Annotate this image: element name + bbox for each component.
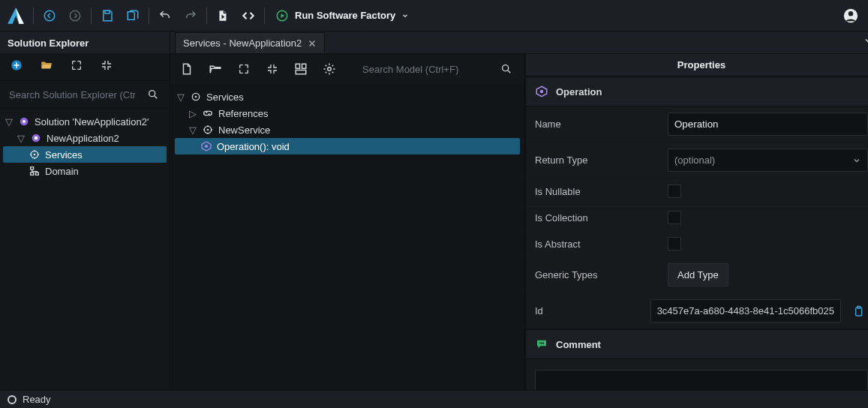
toolbar-separator (206, 8, 207, 24)
user-account-button[interactable] (839, 4, 862, 27)
open-folder-button[interactable] (38, 56, 56, 74)
status-text: Ready (23, 394, 51, 405)
comment-icon (535, 338, 548, 351)
tree-node-services-root[interactable]: ▽ Services (175, 88, 520, 105)
model-search-button[interactable] (496, 58, 517, 80)
solution-explorer-search (0, 80, 170, 109)
open-button[interactable] (206, 60, 224, 78)
service-icon (202, 124, 214, 136)
prop-row-return-type: Return Type (optional) (526, 142, 868, 178)
svg-point-8 (848, 11, 853, 16)
svg-point-3 (70, 10, 80, 21)
prop-row-is-collection: Is Collection (526, 205, 868, 231)
svg-point-35 (539, 343, 541, 344)
diagram-view-button[interactable] (292, 60, 310, 78)
comment-textarea[interactable] (535, 370, 868, 390)
export-button[interactable] (210, 3, 236, 28)
copy-id-button[interactable] (848, 302, 868, 321)
properties-type-header: Operation (526, 76, 868, 106)
solution-explorer-title: Solution Explorer (0, 32, 170, 53)
tree-node-services[interactable]: Services (3, 146, 167, 163)
svg-rect-4 (105, 10, 110, 14)
svg-point-36 (541, 343, 542, 344)
prop-label: Is Nullable (535, 186, 659, 197)
prop-label: Generic Types (535, 269, 659, 280)
tree-node-app[interactable]: ▽ NewApplication2 (3, 130, 167, 146)
prop-row-is-abstract: Is Abstract (526, 231, 868, 257)
svg-marker-6 (281, 14, 285, 18)
tab-services[interactable]: Services - NewApplication2 (175, 32, 325, 53)
toolbar-separator (264, 8, 265, 24)
tree-node-new-service[interactable]: ▽ NewService (175, 122, 520, 138)
settings-button[interactable] (320, 60, 338, 78)
svg-rect-19 (31, 172, 34, 175)
name-input[interactable] (668, 112, 868, 136)
svg-rect-14 (35, 136, 38, 140)
toolbar-separator (91, 8, 92, 24)
top-toolbar: Run Software Factory (0, 0, 868, 32)
comment-label: Comment (556, 339, 601, 350)
svg-rect-21 (302, 64, 306, 68)
link-icon (202, 107, 214, 119)
save-button[interactable] (95, 3, 120, 28)
play-icon (275, 9, 289, 22)
solution-explorer-search-button[interactable] (143, 84, 164, 105)
is-collection-checkbox[interactable] (668, 211, 681, 224)
svg-point-28 (207, 129, 209, 131)
nav-forward-button[interactable] (62, 3, 88, 28)
return-type-select[interactable]: (optional) (668, 148, 868, 172)
status-bar: Ready (0, 390, 868, 408)
caret-down-icon: ▽ (176, 92, 185, 103)
prop-label: Is Collection (535, 212, 659, 224)
solution-explorer-search-input[interactable] (6, 85, 138, 105)
save-all-button[interactable] (120, 3, 146, 28)
solution-icon (18, 116, 30, 128)
tree-label: References (218, 108, 268, 119)
code-button[interactable] (236, 3, 261, 28)
tree-node-domain[interactable]: Domain (3, 163, 167, 179)
properties-type-label: Operation (556, 86, 602, 98)
expand-all-button[interactable] (68, 56, 86, 74)
caret-down-icon: ▽ (5, 116, 14, 128)
add-type-button[interactable]: Add Type (668, 263, 728, 286)
model-search-input[interactable] (359, 59, 491, 80)
tab-label: Services - NewApplication2 (183, 38, 302, 49)
run-software-factory-button[interactable]: Run Software Factory (268, 3, 416, 28)
is-nullable-checkbox[interactable] (668, 184, 681, 198)
expand-all-button[interactable] (235, 60, 253, 78)
tree-node-operation[interactable]: Operation(): void (175, 138, 520, 154)
app-logo (6, 6, 26, 26)
collapse-all-button[interactable] (98, 56, 116, 74)
search-icon (147, 88, 159, 100)
gear-icon (323, 62, 336, 76)
new-file-button[interactable] (178, 60, 196, 78)
operation-icon (535, 85, 548, 98)
nav-back-button[interactable] (37, 3, 62, 28)
tree-label: Services (45, 149, 83, 160)
model-search (359, 58, 517, 80)
svg-point-10 (149, 91, 155, 97)
services-icon (29, 148, 41, 160)
new-item-button[interactable] (8, 56, 26, 74)
is-abstract-checkbox[interactable] (668, 237, 681, 250)
model-toolbar (170, 54, 524, 84)
svg-point-30 (205, 145, 208, 148)
svg-point-37 (542, 343, 544, 344)
svg-point-23 (328, 68, 332, 71)
svg-rect-22 (296, 70, 306, 74)
redo-button[interactable] (178, 3, 203, 28)
svg-point-26 (195, 96, 197, 98)
close-icon (308, 39, 317, 48)
tabs-overflow-button[interactable] (863, 36, 868, 45)
tree-node-solution[interactable]: ▽ Solution 'NewApplication2' (3, 113, 167, 130)
undo-button[interactable] (152, 3, 178, 28)
tab-close-button[interactable] (308, 39, 317, 48)
chevron-down-icon (852, 156, 861, 165)
status-indicator-icon (8, 395, 17, 404)
collapse-all-button[interactable] (263, 60, 281, 78)
services-icon (190, 91, 202, 103)
prop-label: Is Abstract (535, 238, 659, 250)
model-tree: ▽ Services ▷ References ▽ NewService (170, 84, 524, 390)
tree-node-references[interactable]: ▷ References (175, 105, 520, 122)
toolbar-separator (33, 8, 34, 24)
